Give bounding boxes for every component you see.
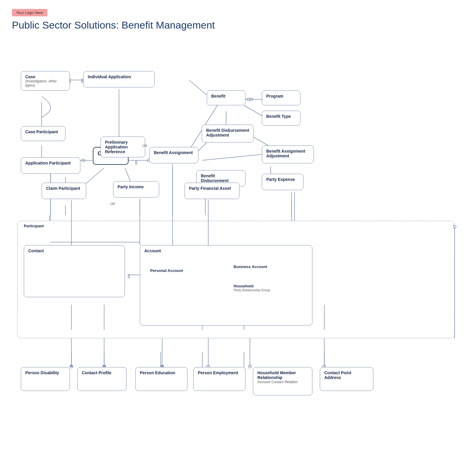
entity-application-participant: Application Participant (21, 157, 80, 174)
svg-point-47 (82, 159, 85, 162)
or-label-1: OR (142, 144, 147, 148)
entity-benefit-assignment: Benefit Assignment (149, 147, 198, 163)
entity-benefit-disbursement-adj: Benefit Disbursement Adjustment (202, 125, 254, 143)
entity-benefit-assignment-adj: Benefit Assignment Adjustment (262, 145, 314, 163)
or-label-2: OR (110, 202, 115, 206)
svg-point-42 (247, 98, 250, 101)
svg-line-6 (244, 105, 262, 116)
entity-contact-profile: Contact Profile (77, 367, 126, 391)
entity-party-income: Party Income (113, 181, 159, 198)
svg-point-71 (70, 365, 73, 368)
entity-contact-point-address: Contact Point Address (320, 367, 373, 391)
svg-point-43 (250, 98, 253, 101)
entity-case: Case (Investigation, other types) (21, 71, 70, 91)
svg-line-4 (189, 80, 207, 95)
entity-person-disability: Person Disability (21, 367, 70, 391)
entity-person-employment: Person Employment (193, 367, 245, 391)
entity-party-financial-asset: Party Financial Asset (184, 183, 239, 199)
logo-badge: Your Logo Here (12, 9, 47, 16)
svg-line-82 (104, 365, 106, 367)
entity-program: Program (262, 90, 300, 105)
svg-line-84 (161, 365, 162, 367)
entity-business-account-label: Business Account (234, 264, 267, 269)
entity-contact: Contact (24, 245, 125, 297)
svg-line-78 (70, 365, 71, 367)
page: Your Logo Here Public Sector Solutions: … (0, 0, 476, 476)
entity-household-label: Household Party Relationship Group (234, 284, 270, 292)
svg-point-75 (248, 365, 251, 368)
page-title: Public Sector Solutions: Benefit Managem… (12, 19, 464, 31)
entity-person-education: Person Education (135, 367, 187, 391)
svg-line-18 (125, 168, 131, 183)
entity-preliminary-app-ref: Preliminary Application Reference (101, 137, 145, 157)
entity-household-member-rel: Household Member Relationship Account Co… (253, 367, 312, 395)
entity-party-expense: Party Expense (262, 174, 303, 190)
svg-line-12 (202, 154, 262, 160)
entity-personal-account-label: Personal Account (150, 268, 183, 273)
svg-line-81 (103, 365, 104, 367)
entity-benefit-type: Benefit Type (262, 111, 300, 126)
entity-individual-application: Individual Application (83, 71, 155, 87)
entity-benefit: Benefit (207, 90, 245, 105)
diagram-area: Case (Investigation, other types) Indivi… (12, 37, 464, 468)
entity-case-participant: Case Participant (21, 126, 65, 141)
svg-line-85 (162, 365, 164, 367)
entity-claim-participant: Claim Participant (42, 183, 86, 199)
svg-line-79 (71, 365, 73, 367)
entity-account: Account (140, 245, 312, 325)
